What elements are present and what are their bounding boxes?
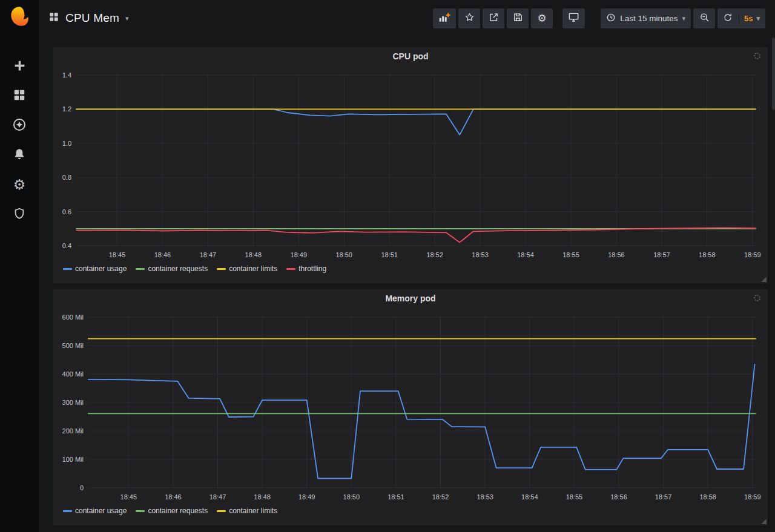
legend: container usagecontainer requestscontain… bbox=[58, 505, 763, 515]
navbar-actions: ⚙ Last 15 minutes ▾ 5s bbox=[433, 8, 765, 28]
svg-text:1.0: 1.0 bbox=[62, 140, 71, 147]
legend-label: container limits bbox=[229, 507, 277, 515]
panel-loading-spinner bbox=[754, 295, 760, 301]
legend-item[interactable]: container usage bbox=[63, 264, 127, 273]
top-navbar: CPU Mem ▾ ⚙ bbox=[39, 0, 775, 36]
legend-color-dash bbox=[63, 510, 72, 512]
grid-icon bbox=[48, 11, 59, 25]
save-dashboard-button[interactable] bbox=[507, 8, 529, 28]
svg-text:200 Mil: 200 Mil bbox=[62, 427, 84, 435]
panel-title[interactable]: CPU pod bbox=[58, 47, 763, 65]
svg-text:400 Mil: 400 Mil bbox=[62, 370, 84, 378]
svg-text:18:53: 18:53 bbox=[477, 493, 493, 501]
dashboard-title: CPU Mem bbox=[65, 11, 119, 25]
legend-item[interactable]: container limits bbox=[217, 507, 277, 515]
panel-resize-handle[interactable] bbox=[761, 277, 767, 282]
svg-text:18:45: 18:45 bbox=[109, 251, 126, 258]
svg-text:500 Mil: 500 Mil bbox=[62, 342, 84, 349]
svg-text:18:47: 18:47 bbox=[209, 493, 226, 501]
legend-item[interactable]: container limits bbox=[217, 264, 277, 273]
time-range-picker[interactable]: Last 15 minutes ▾ bbox=[601, 8, 691, 28]
svg-text:18:57: 18:57 bbox=[655, 493, 672, 501]
sidebar-item-configuration[interactable]: ⚙ bbox=[0, 170, 39, 200]
sidebar-item-alerting[interactable] bbox=[0, 140, 39, 170]
legend-color-dash bbox=[217, 268, 226, 270]
monitor-icon bbox=[568, 11, 579, 25]
dashboard-title-dropdown[interactable]: CPU Mem ▾ bbox=[48, 11, 129, 25]
mark-favorite-button[interactable] bbox=[458, 8, 480, 28]
svg-text:18:58: 18:58 bbox=[699, 251, 716, 258]
legend-label: throttling bbox=[298, 264, 326, 273]
panel-loading-spinner bbox=[754, 53, 760, 59]
plus-icon bbox=[13, 59, 26, 74]
legend-item[interactable]: container requests bbox=[136, 507, 208, 515]
share-icon bbox=[489, 12, 499, 24]
svg-text:0.8: 0.8 bbox=[62, 174, 71, 181]
svg-text:18:52: 18:52 bbox=[426, 251, 443, 258]
svg-text:18:58: 18:58 bbox=[699, 493, 716, 501]
bar-chart-plus-icon bbox=[438, 12, 450, 25]
svg-text:18:56: 18:56 bbox=[610, 493, 627, 501]
panel-memory-pod: Memory pod 18:4518:4618:4718:4818:4918:5… bbox=[53, 289, 768, 525]
svg-text:18:51: 18:51 bbox=[388, 493, 404, 501]
svg-text:100 Mil: 100 Mil bbox=[62, 456, 84, 463]
shield-icon bbox=[13, 207, 26, 222]
sidebar-item-explore[interactable] bbox=[0, 111, 39, 140]
chevron-down-icon: ▾ bbox=[756, 15, 760, 22]
svg-text:18:46: 18:46 bbox=[165, 493, 182, 501]
legend-item[interactable]: container requests bbox=[136, 264, 208, 273]
chevron-down-icon: ▾ bbox=[125, 15, 129, 22]
legend-item[interactable]: throttling bbox=[286, 264, 326, 273]
sidebar: ⚙ bbox=[0, 0, 39, 532]
grafana-logo[interactable] bbox=[8, 5, 30, 27]
svg-text:18:46: 18:46 bbox=[154, 251, 171, 258]
sidebar-menu: ⚙ bbox=[0, 51, 39, 229]
cycle-view-mode-button[interactable] bbox=[562, 8, 585, 28]
svg-text:600 Mil: 600 Mil bbox=[62, 314, 84, 321]
time-range-label: Last 15 minutes bbox=[620, 14, 678, 23]
sidebar-item-dashboards[interactable] bbox=[0, 81, 39, 111]
sidebar-item-create[interactable] bbox=[0, 51, 39, 81]
svg-text:18:50: 18:50 bbox=[343, 493, 360, 501]
svg-text:18:55: 18:55 bbox=[562, 251, 579, 258]
svg-text:18:59: 18:59 bbox=[744, 251, 761, 258]
sidebar-item-server-admin[interactable] bbox=[0, 200, 39, 229]
search-minus-icon bbox=[699, 12, 710, 24]
svg-text:18:49: 18:49 bbox=[298, 493, 315, 501]
legend-item[interactable]: container usage bbox=[63, 507, 127, 515]
refresh-picker[interactable]: 5s ▾ bbox=[717, 8, 765, 28]
svg-text:18:54: 18:54 bbox=[521, 493, 538, 501]
compass-icon bbox=[12, 117, 27, 134]
legend: container usagecontainer requestscontain… bbox=[58, 263, 763, 273]
legend-color-dash bbox=[136, 510, 145, 512]
svg-text:18:55: 18:55 bbox=[566, 493, 583, 501]
svg-text:18:49: 18:49 bbox=[291, 251, 308, 258]
svg-text:18:54: 18:54 bbox=[517, 251, 534, 258]
legend-color-dash bbox=[136, 268, 145, 270]
zoom-out-time-button[interactable] bbox=[693, 8, 715, 28]
add-panel-button[interactable] bbox=[433, 8, 456, 28]
svg-text:18:50: 18:50 bbox=[335, 251, 352, 258]
svg-text:0: 0 bbox=[80, 484, 84, 491]
dashboard-settings-button[interactable]: ⚙ bbox=[531, 8, 553, 28]
panel-resize-handle[interactable] bbox=[761, 519, 767, 524]
panel-title[interactable]: Memory pod bbox=[58, 289, 763, 307]
legend-label: container usage bbox=[75, 264, 127, 273]
svg-text:300 Mil: 300 Mil bbox=[62, 399, 84, 406]
panel-cpu-pod: CPU pod 18:4518:4618:4718:4818:4918:5018… bbox=[53, 47, 768, 283]
legend-color-dash bbox=[286, 268, 295, 270]
svg-text:18:56: 18:56 bbox=[608, 251, 625, 258]
share-dashboard-button[interactable] bbox=[483, 8, 504, 28]
svg-text:18:45: 18:45 bbox=[120, 493, 137, 501]
svg-text:18:48: 18:48 bbox=[245, 251, 262, 258]
svg-text:0.4: 0.4 bbox=[62, 242, 71, 249]
scrollbar[interactable] bbox=[772, 38, 775, 110]
svg-text:1.2: 1.2 bbox=[62, 105, 71, 113]
svg-text:1.4: 1.4 bbox=[62, 71, 71, 79]
memory-pod-chart[interactable]: 18:4518:4618:4718:4818:4918:5018:5118:52… bbox=[58, 307, 763, 505]
svg-text:18:59: 18:59 bbox=[744, 493, 761, 501]
cpu-pod-chart[interactable]: 18:4518:4618:4718:4818:4918:5018:5118:52… bbox=[58, 65, 763, 263]
gear-icon: ⚙ bbox=[13, 178, 26, 192]
svg-text:18:52: 18:52 bbox=[432, 493, 449, 501]
grid-icon bbox=[13, 88, 26, 103]
